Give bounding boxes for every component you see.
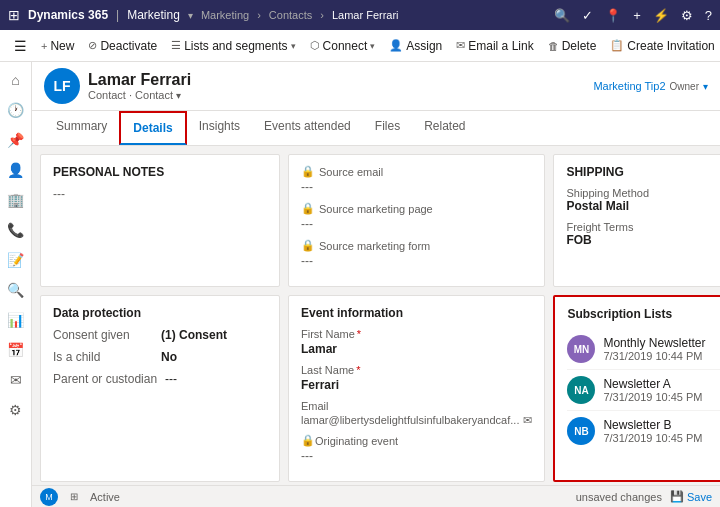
nav-icons: 🔍 ✓ 📍 + ⚡ ⚙ ? (554, 8, 712, 23)
sidebar-recent-icon[interactable]: 🕐 (2, 96, 30, 124)
event-info-title: Event information (301, 306, 532, 320)
contact-name: Lamar Ferrari (88, 71, 191, 89)
hamburger-menu[interactable]: ☰ (8, 34, 33, 58)
tab-insights[interactable]: Insights (187, 111, 252, 145)
lock-icon-1: 🔒 (301, 165, 315, 178)
sidebar-pin-icon[interactable]: 📌 (2, 126, 30, 154)
subscription-name-3: Newsletter B (603, 418, 720, 432)
first-name-field: First Name* Lamar (301, 328, 532, 358)
data-protection-title: Data protection (53, 306, 267, 320)
marketing-tip[interactable]: Marketing Tip2 Owner ▾ (593, 80, 708, 92)
event-information-card: Event information First Name* Lamar Last… (288, 295, 545, 482)
app-name[interactable]: Dynamics 365 (28, 8, 108, 22)
sidebar-phone-icon[interactable]: 📞 (2, 216, 30, 244)
settings-icon[interactable]: ⚙ (681, 8, 693, 23)
tabs-bar: Summary Details Insights Events attended… (32, 111, 720, 146)
subscription-item-2: NA Newsletter A 7/31/2019 10:45 PM ··· (567, 370, 720, 411)
sidebar-settings2-icon[interactable]: ⚙ (2, 396, 30, 424)
tab-summary[interactable]: Summary (44, 111, 119, 145)
lock-icon-3: 🔒 (301, 239, 315, 252)
tab-files[interactable]: Files (363, 111, 412, 145)
save-button[interactable]: 💾 Save (670, 490, 712, 503)
subscription-info-3: Newsletter B 7/31/2019 10:45 PM (603, 418, 720, 444)
contact-header: LF Lamar Ferrari Contact · Contact ▾ Mar… (32, 62, 720, 111)
subscription-avatar-1: MN (567, 335, 595, 363)
email-icon: ✉ (523, 414, 532, 427)
subscription-date-3: 7/31/2019 10:45 PM (603, 432, 720, 444)
subscription-item-3: NB Newsletter B 7/31/2019 10:45 PM ··· (567, 411, 720, 451)
subscription-info-1: Monthly Newsletter 7/31/2019 10:44 PM (603, 336, 720, 362)
create-invitation-button[interactable]: 📋 Create Invitation (604, 35, 720, 57)
grid-menu-icon[interactable]: ⊞ (8, 7, 20, 23)
is-child-row: Is a child No (53, 350, 267, 364)
content-area: PERSONAL NOTES --- 🔒 Source email --- 🔒 … (32, 146, 720, 485)
shipping-title: SHIPPING (566, 165, 720, 179)
main-content: LF Lamar Ferrari Contact · Contact ▾ Mar… (32, 62, 720, 507)
personal-notes-card: PERSONAL NOTES --- (40, 154, 280, 287)
shipping-method-field: Shipping Method Postal Mail (566, 187, 720, 213)
contact-subtitle[interactable]: Contact · Contact ▾ (88, 89, 191, 101)
check-icon[interactable]: ✓ (582, 8, 593, 23)
sidebar-email-icon[interactable]: ✉ (2, 366, 30, 394)
subscription-item-1: MN Monthly Newsletter 7/31/2019 10:44 PM… (567, 329, 720, 370)
breadcrumb-current: Lamar Ferrari (332, 9, 399, 21)
originating-event-field: 🔒 Originating event --- (301, 434, 532, 465)
tab-events-attended[interactable]: Events attended (252, 111, 363, 145)
personal-notes-content[interactable]: --- (53, 187, 267, 247)
left-sidebar: ⌂ 🕐 📌 👤 🏢 📞 📝 🔍 📊 📅 ✉ ⚙ (0, 62, 32, 507)
module-name[interactable]: Marketing (127, 8, 180, 22)
top-navigation: ⊞ Dynamics 365 | Marketing ▾ Marketing ›… (0, 0, 720, 30)
subscription-avatar-2: NA (567, 376, 595, 404)
tab-related[interactable]: Related (412, 111, 477, 145)
location-icon[interactable]: 📍 (605, 8, 621, 23)
sidebar-contacts-icon[interactable]: 👤 (2, 156, 30, 184)
shipping-card: SHIPPING Shipping Method Postal Mail Fre… (553, 154, 720, 287)
sidebar-chart-icon[interactable]: 📊 (2, 306, 30, 334)
subscription-name-2: Newsletter A (603, 377, 720, 391)
subscription-avatar-3: NB (567, 417, 595, 445)
last-name-field: Last Name* Ferrari (301, 364, 532, 394)
sidebar-calendar-icon[interactable]: 📅 (2, 336, 30, 364)
connect-button[interactable]: ⬡ Connect ▾ (304, 35, 382, 57)
expand-icon[interactable]: ⊞ (66, 489, 82, 505)
freight-terms-field: Freight Terms FOB (566, 221, 720, 247)
new-button[interactable]: + New (35, 35, 80, 57)
help-icon[interactable]: ? (705, 8, 712, 23)
tab-details[interactable]: Details (119, 111, 186, 145)
sidebar-notes-icon[interactable]: 📝 (2, 246, 30, 274)
source-marketing-page-field: 🔒 Source marketing page --- (301, 202, 532, 233)
save-icon: 💾 (670, 490, 684, 503)
search-icon[interactable]: 🔍 (554, 8, 570, 23)
subscription-date-1: 7/31/2019 10:44 PM (603, 350, 720, 362)
consent-given-row: Consent given (1) Consent (53, 328, 267, 342)
unsaved-changes: unsaved changes (576, 491, 662, 503)
sidebar-search-icon[interactable]: 🔍 (2, 276, 30, 304)
lock-icon-2: 🔒 (301, 202, 315, 215)
delete-button[interactable]: 🗑 Delete (542, 35, 603, 57)
status-text: Active (90, 491, 120, 503)
subscription-info-2: Newsletter A 7/31/2019 10:45 PM (603, 377, 720, 403)
breadcrumb-contacts[interactable]: Contacts (269, 9, 312, 21)
user-avatar: M (40, 488, 58, 506)
source-fields-card: 🔒 Source email --- 🔒 Source marketing pa… (288, 154, 545, 287)
subscription-lists-card: Subscription Lists MN Monthly Newsletter… (553, 295, 720, 482)
source-email-field: 🔒 Source email --- (301, 165, 532, 196)
plus-icon[interactable]: + (633, 8, 641, 23)
sidebar-accounts-icon[interactable]: 🏢 (2, 186, 30, 214)
command-bar: ☰ + New ⊘ Deactivate ☰ Lists and segment… (0, 30, 720, 62)
assign-button[interactable]: 👤 Assign (383, 35, 448, 57)
subscription-lists-title: Subscription Lists (567, 307, 720, 321)
deactivate-button[interactable]: ⊘ Deactivate (82, 35, 163, 57)
filter-icon[interactable]: ⚡ (653, 8, 669, 23)
sidebar-home-icon[interactable]: ⌂ (2, 66, 30, 94)
subscription-name-1: Monthly Newsletter (603, 336, 720, 350)
source-marketing-form-field: 🔒 Source marketing form --- (301, 239, 532, 270)
email-link-button[interactable]: ✉ Email a Link (450, 35, 539, 57)
status-bar: M ⊞ Active unsaved changes 💾 Save (32, 485, 720, 507)
personal-notes-title: PERSONAL NOTES (53, 165, 267, 179)
email-field: Email lamar@libertysdelightfulsinfulbake… (301, 400, 532, 428)
lists-segments-button[interactable]: ☰ Lists and segments ▾ (165, 35, 301, 57)
lock-icon-event: 🔒 (301, 434, 315, 447)
contact-avatar: LF (44, 68, 80, 104)
parent-custodian-row: Parent or custodian --- (53, 372, 267, 386)
